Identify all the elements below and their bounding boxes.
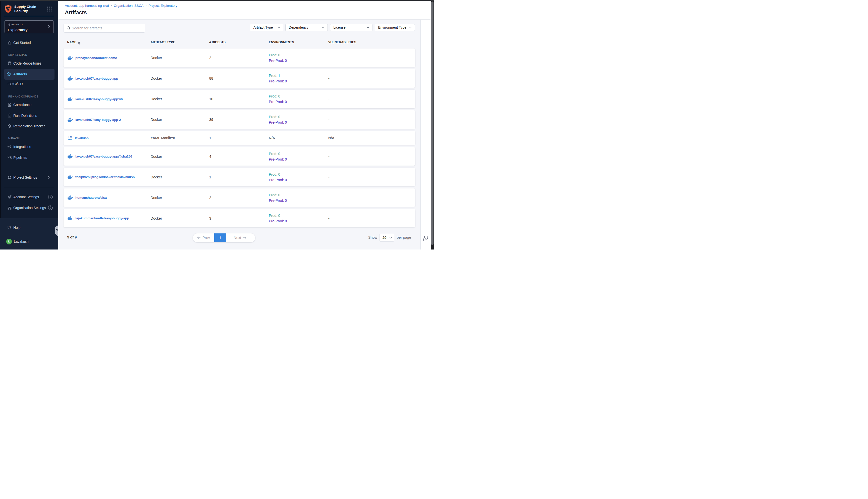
svg-text:YML: YML [67,138,73,141]
svg-text:?: ? [9,226,10,228]
